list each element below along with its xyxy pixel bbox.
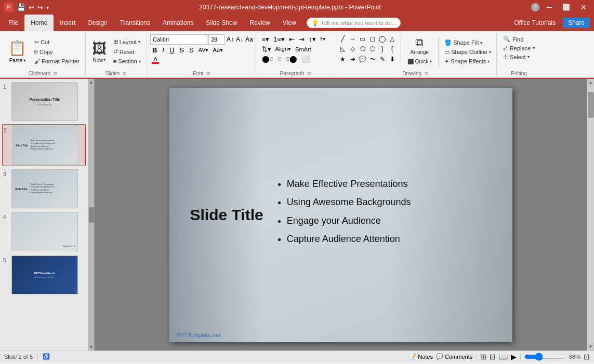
shape-rect[interactable]: ▭ (358, 34, 367, 44)
layout-button[interactable]: ⊞ Layout ▾ (111, 37, 143, 46)
slide-thumb-2[interactable]: 2 Slide Title • Make Effective Presentat… (2, 124, 86, 166)
smartart-button[interactable]: SmArt (294, 46, 313, 53)
tell-me-box[interactable]: 💡 Tell me what you want to do... (307, 18, 401, 28)
format-painter-button[interactable]: 🖌 Format Painter (32, 57, 82, 65)
shape-arrow-right[interactable]: ➜ (348, 55, 358, 64)
numbering-button[interactable]: 1≡▾ (272, 35, 286, 44)
fit-page-button[interactable]: ⊡ (584, 353, 590, 361)
align-right-button[interactable]: ≡⬤ (284, 55, 299, 63)
scroll-up-arrow[interactable]: ▲ (88, 79, 95, 86)
shape-diamond[interactable]: ◇ (348, 44, 358, 53)
new-slide-button[interactable]: 🖼 New ▾ (89, 38, 110, 64)
center-button[interactable]: ≡ (276, 55, 283, 63)
quick-styles-button[interactable]: ⬛ Quick ▾ (405, 58, 435, 65)
decrease-font-button[interactable]: A↓ (235, 35, 244, 44)
menu-file[interactable]: File (2, 15, 24, 31)
quick-access-redo[interactable]: ↪ (37, 4, 43, 11)
help-icon[interactable]: ? (531, 3, 539, 11)
share-button[interactable]: Share (563, 18, 590, 28)
text-direction-button[interactable]: ⇅▾ (260, 45, 273, 53)
line-spacing-button[interactable]: ↕▾ (307, 35, 318, 44)
section-button[interactable]: ≡ Section ▾ (111, 57, 143, 65)
font-size-input[interactable] (208, 34, 225, 45)
slide-canvas[interactable]: Slide Title Make Effective Presentations… (169, 88, 512, 342)
shape-scroll-down[interactable]: ⬇ (388, 55, 397, 64)
office-tutorials-button[interactable]: Office Tutorials (511, 18, 559, 28)
view-reading-button[interactable]: 📖 (499, 353, 508, 361)
zoom-slider[interactable] (524, 354, 566, 360)
shape-pentagon[interactable]: ⬠ (358, 44, 367, 53)
shape-more1[interactable]: } (378, 44, 387, 53)
shape-hex[interactable]: ⬡ (368, 44, 377, 53)
change-case-button[interactable]: Aa▾ (211, 46, 224, 54)
shape-callout[interactable]: 💬 (358, 55, 367, 64)
shape-round-rect[interactable]: ▢ (368, 34, 377, 44)
columns-button[interactable]: ⫳▾ (319, 34, 327, 44)
view-normal-button[interactable]: ⊞ (480, 353, 486, 361)
menu-home[interactable]: Home (24, 15, 54, 31)
arrange-button[interactable]: ⧉ Arrange (405, 34, 435, 57)
shape-more2[interactable]: { (388, 44, 397, 53)
menu-view[interactable]: View (276, 15, 302, 31)
view-slideshow-button[interactable]: ▶ (511, 353, 517, 361)
right-scroll-up[interactable]: ▲ (587, 79, 594, 87)
slide-main-title[interactable]: Slide Title (190, 206, 263, 224)
restore-button[interactable]: ⬜ (559, 4, 573, 11)
scroll-thumb-left[interactable] (89, 207, 94, 223)
menu-review[interactable]: Review (243, 15, 276, 31)
justify-button[interactable]: ⬜ (300, 55, 311, 63)
bold-button[interactable]: B (150, 46, 159, 55)
shape-outline-button[interactable]: ▭ Shape Outline ▾ (442, 48, 493, 56)
decrease-indent-button[interactable]: ⇤ (287, 35, 296, 44)
drawing-expand-icon[interactable]: ▧ (425, 71, 429, 76)
increase-indent-button[interactable]: ⇥ (297, 35, 306, 44)
shape-triangle[interactable]: △ (388, 34, 397, 44)
shadow-button[interactable]: S (187, 46, 196, 55)
slide-thumb-3[interactable]: 3 Slide Title • Make Effective Presentat… (2, 168, 86, 209)
view-sorter-button[interactable]: ⊟ (490, 353, 496, 361)
cut-button[interactable]: ✂ Cut (32, 38, 82, 47)
notes-button[interactable]: 📝 Notes (409, 353, 433, 360)
menu-insert[interactable]: Insert (54, 15, 82, 31)
shape-fill-button[interactable]: 🪣 Shape Fill ▾ (442, 39, 493, 47)
menu-slideshow[interactable]: Slide Show (200, 15, 243, 31)
align-left-button[interactable]: ⬤≡ (260, 55, 275, 63)
right-scroll-down[interactable]: ▼ (587, 343, 594, 350)
shape-curve[interactable]: 〜 (368, 55, 377, 64)
underline-button[interactable]: U (167, 46, 176, 55)
shape-star[interactable]: ★ (338, 55, 348, 64)
menu-design[interactable]: Design (82, 15, 113, 31)
strikethrough-button[interactable]: S (177, 46, 186, 55)
shape-freeform[interactable]: ✎ (378, 55, 387, 64)
shape-effects-button[interactable]: ✦ Shape Effects ▾ (442, 58, 493, 65)
menu-animations[interactable]: Animations (156, 15, 200, 31)
paragraph-expand-icon[interactable]: ▧ (307, 71, 311, 76)
menu-transitions[interactable]: Transitions (114, 15, 156, 31)
shape-line[interactable]: ╱ (338, 34, 348, 44)
scroll-down-arrow[interactable]: ▼ (88, 344, 95, 350)
align-text-button[interactable]: Align▾ (274, 45, 293, 53)
select-button[interactable]: ⊹ Select ▾ (500, 53, 538, 61)
find-button[interactable]: 🔍 Find (500, 35, 538, 43)
bullets-button[interactable]: ≡▾ (260, 35, 271, 44)
replace-button[interactable]: ⇄ Replace ▾ (500, 44, 538, 52)
shape-arrow[interactable]: → (348, 34, 358, 44)
font-color-button[interactable]: A (150, 56, 161, 64)
copy-button[interactable]: ⎘ Copy (32, 48, 82, 56)
shape-rt-triangle[interactable]: ◺ (338, 44, 348, 53)
canvas-scroll[interactable]: Slide Title Make Effective Presentations… (95, 79, 587, 350)
right-scroll-thumb[interactable] (588, 92, 594, 118)
quick-access-undo[interactable]: ↩ (29, 4, 34, 11)
quick-access-save[interactable]: 💾 (17, 3, 25, 11)
font-spacing-button[interactable]: AV▾ (197, 46, 210, 54)
clipboard-expand-icon[interactable]: ▧ (54, 71, 58, 76)
clear-format-button[interactable]: Aa (245, 35, 254, 44)
close-button[interactable]: ✕ (577, 3, 590, 11)
slide-thumb-5[interactable]: 5 PPTTemplate.net www.heritage-christia.… (2, 254, 86, 295)
italic-button[interactable]: I (160, 46, 166, 55)
slide-thumb-4[interactable]: 4 SLIDE TITLE (2, 211, 86, 252)
shape-oval[interactable]: ◯ (378, 34, 387, 44)
minimize-button[interactable]: ─ (544, 3, 555, 11)
increase-font-button[interactable]: A↑ (226, 35, 234, 44)
slide-thumb-1[interactable]: 1 Presentation Title PPTemplate.net (2, 81, 86, 122)
